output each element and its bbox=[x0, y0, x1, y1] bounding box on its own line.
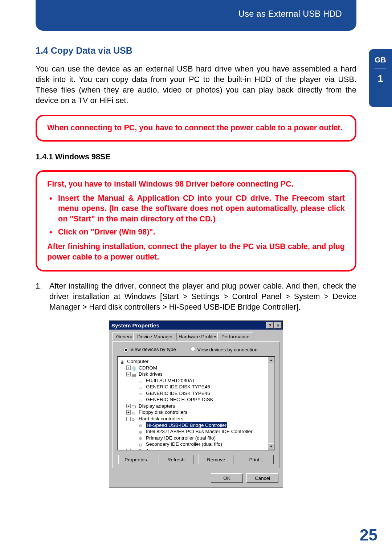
disk-icon bbox=[139, 397, 144, 402]
step-1-text: After installing the driver, connect the… bbox=[49, 282, 356, 311]
tab-performance[interactable]: Performance bbox=[217, 332, 253, 340]
side-tab: GB 1 bbox=[369, 49, 392, 107]
scroll-up-icon[interactable]: ▲ bbox=[268, 357, 274, 363]
floppy-ctrl-icon bbox=[131, 410, 137, 415]
selected-device[interactable]: Hi-Speed USB-IDE Bridge Controller bbox=[146, 422, 227, 429]
intro-paragraph: You can use the device as an external US… bbox=[36, 64, 356, 106]
radio-view-by-type[interactable]: View devices by type bbox=[123, 347, 176, 352]
step-1-number: 1. bbox=[36, 281, 42, 291]
disk-drives-icon bbox=[131, 372, 137, 377]
page-number: 25 bbox=[360, 526, 377, 544]
disk-icon bbox=[139, 391, 144, 396]
scrollbar[interactable]: ▲ ▼ bbox=[268, 357, 274, 450]
properties-button[interactable]: Properties bbox=[118, 455, 153, 464]
disk-icon bbox=[139, 378, 144, 383]
warning-box-driver: First, you have to install Windows 98 Dr… bbox=[36, 170, 356, 272]
expand-icon[interactable]: + bbox=[126, 410, 131, 415]
header-title: Use as External USB HDD bbox=[238, 9, 342, 19]
window-titlebar[interactable]: System Properties ? × bbox=[109, 321, 283, 330]
display-icon bbox=[131, 404, 137, 409]
driver-trail: After finishing installation, connect th… bbox=[47, 241, 345, 262]
expand-icon[interactable]: + bbox=[126, 449, 131, 451]
cdrom-icon bbox=[131, 365, 137, 370]
window-title: System Properties bbox=[111, 322, 159, 328]
tab-device-manager[interactable]: Device Manager bbox=[133, 332, 177, 340]
help-icon[interactable]: ? bbox=[266, 322, 274, 328]
language-code: GB bbox=[375, 56, 386, 64]
driver-lead: First, you have to install Windows 98 Dr… bbox=[47, 179, 345, 189]
subsection-heading: 1.4.1 Windows 98SE bbox=[36, 152, 356, 162]
cancel-button[interactable]: Cancel bbox=[246, 473, 278, 483]
section-heading: 1.4 Copy Data via USB bbox=[36, 45, 356, 56]
page-header: Use as External USB HDD bbox=[36, 0, 356, 31]
controller-icon bbox=[139, 442, 144, 447]
warning-text: When connecting to PC, you have to conne… bbox=[47, 123, 343, 132]
remove-button[interactable]: Remove bbox=[199, 455, 233, 464]
collapse-icon[interactable]: − bbox=[126, 417, 131, 421]
chapter-number: 1 bbox=[378, 73, 383, 84]
step-1: 1. After installing the driver, connect … bbox=[36, 281, 356, 313]
controller-icon bbox=[139, 435, 144, 440]
controller-icon bbox=[139, 429, 144, 434]
device-tree[interactable]: Computer +CDROM −Disk drives FUJITSU MHT… bbox=[118, 357, 268, 450]
expand-icon[interactable]: + bbox=[126, 404, 131, 408]
tab-strip: General Device Manager Hardware Profiles… bbox=[112, 332, 280, 341]
warning-box-power: When connecting to PC, you have to conne… bbox=[36, 115, 356, 142]
refresh-button[interactable]: Refresh bbox=[159, 455, 193, 464]
keyboard-icon bbox=[131, 448, 137, 451]
print-button[interactable]: Print... bbox=[239, 455, 274, 464]
computer-icon bbox=[120, 359, 126, 364]
driver-bullet-2: Click on "Driver (Win 98)". bbox=[58, 227, 345, 237]
radio-view-by-connection[interactable]: View devices by connection bbox=[191, 347, 258, 352]
tab-hardware-profiles[interactable]: Hardware Profiles bbox=[175, 332, 221, 340]
expand-icon[interactable]: + bbox=[126, 366, 131, 370]
scroll-down-icon[interactable]: ▼ bbox=[268, 443, 274, 450]
collapse-icon[interactable]: − bbox=[126, 372, 131, 376]
ok-button[interactable]: OK bbox=[211, 473, 243, 483]
disk-icon bbox=[139, 384, 144, 389]
controller-icon bbox=[139, 423, 144, 428]
close-icon[interactable]: × bbox=[274, 322, 282, 328]
system-properties-window: System Properties ? × General Device Man… bbox=[109, 321, 283, 487]
driver-bullet-1: Insert the Manual & Application CD into … bbox=[58, 193, 345, 224]
hdc-icon bbox=[131, 416, 137, 421]
